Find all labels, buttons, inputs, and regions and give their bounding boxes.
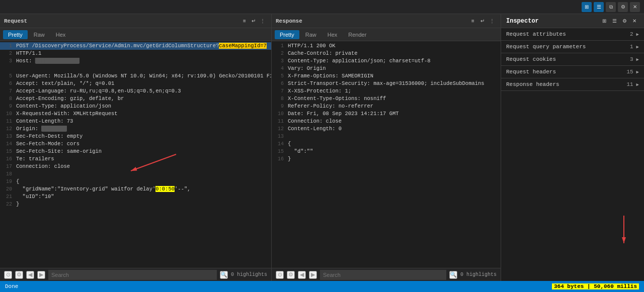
- response-menu-icon[interactable]: ⋮: [488, 17, 497, 26]
- response-wrap-icon[interactable]: ↵: [478, 17, 487, 26]
- request-attributes-label: Request attributes: [506, 31, 630, 37]
- request-line-1: 1 POST /DiscoveryProcess/Service/Admin.m…: [0, 42, 271, 50]
- request-search-icon[interactable]: 🔍: [220, 271, 228, 279]
- response-search-icon[interactable]: 🔍: [449, 271, 457, 279]
- inspector-section-request-attributes[interactable]: Request attributes 2 ▶: [501, 28, 644, 41]
- response-line-16: 16 }: [272, 155, 501, 163]
- inspector-settings-icon[interactable]: ⚙: [620, 17, 629, 26]
- response-line-8: 8 X-Content-Type-Options: nosniff: [272, 95, 501, 103]
- query-params-label: Request query parameters: [506, 44, 630, 50]
- response-panel-header: Response ≡ ↵ ⋮: [272, 14, 501, 28]
- request-attributes-chevron: ▶: [636, 32, 639, 37]
- response-code-content[interactable]: 1 HTTP/1.1 200 OK 2 Cache-Control: priva…: [272, 41, 501, 268]
- response-pretty-icon[interactable]: ≡: [468, 17, 477, 26]
- request-headers-count: 15: [626, 69, 633, 75]
- request-settings-icon[interactable]: ⚙: [15, 271, 23, 279]
- response-panel: Response ≡ ↵ ⋮ Pretty Raw Hex Render 1 H…: [272, 14, 501, 281]
- inspector-section-request-headers[interactable]: Request headers 15 ▶: [501, 66, 644, 78]
- request-clear-icon[interactable]: ⊙: [4, 271, 12, 279]
- status-text: Done: [5, 283, 552, 289]
- inspector-section-response-headers[interactable]: Response headers 11 ▶: [501, 78, 644, 91]
- inspector-panel: Inspector ⊞ ☰ ⚙ ✕ Request attributes 2 ▶…: [501, 14, 644, 281]
- list-icon-btn[interactable]: ☰: [594, 2, 604, 12]
- response-line-4: 4 Vary: Origin: [272, 65, 501, 72]
- cookies-chevron: ▶: [636, 57, 639, 62]
- response-tab-bar: Pretty Raw Hex Render: [272, 28, 501, 41]
- request-line-15: 15 Sec-Fetch-Site: same-origin: [0, 148, 271, 155]
- request-highlights-badge: 0 highlights: [231, 272, 267, 277]
- response-forward-icon[interactable]: ▶: [309, 271, 317, 279]
- settings-icon-btn[interactable]: ⚙: [618, 2, 628, 12]
- request-line-7: 7 Accept-Language: ru-RU,ru;q=0.8,en-US;…: [0, 87, 271, 95]
- response-line-7: 7 X-XSS-Protection: 1;: [272, 87, 501, 95]
- request-line-8: 8 Accept-Encoding: gzip, deflate, br: [0, 95, 271, 103]
- request-bottom-toolbar: ⊙ ⚙ ◀ ▶ 🔍 0 highlights: [0, 268, 271, 281]
- request-line-14: 14 Sec-Fetch-Mode: cors: [0, 140, 271, 148]
- response-headers-chevron: ▶: [636, 82, 639, 87]
- response-line-5: 5 X-Frame-Options: SAMEORIGIN: [272, 72, 501, 80]
- response-line-10: 10 Date: Fri, 08 Sep 2023 14:21:17 GMT: [272, 110, 501, 118]
- response-settings-icon[interactable]: ⚙: [287, 271, 295, 279]
- response-highlights-badge: 0 highlights: [460, 272, 497, 277]
- request-line-12: 12 Origin: ████████: [0, 125, 271, 133]
- inspector-section-query-params[interactable]: Request query parameters 1 ▶: [501, 41, 644, 53]
- request-line-20: 20 "gridName":"Inventory-grid" waitfor d…: [0, 185, 271, 193]
- inspector-title: Inspector: [506, 18, 600, 25]
- response-headers-label: Response headers: [506, 81, 626, 87]
- response-headers-count: 11: [626, 81, 633, 87]
- request-line-3: 3 Host: ██████████████: [0, 57, 271, 65]
- request-line-4: [0, 65, 271, 72]
- toolbar-icons: ⊞ ☰ ⧉ ⚙ ✕: [578, 2, 644, 12]
- window-icon-btn[interactable]: ⧉: [606, 2, 616, 12]
- request-search-input[interactable]: [48, 270, 217, 280]
- request-forward-icon[interactable]: ▶: [37, 271, 45, 279]
- response-search-input[interactable]: [320, 270, 446, 280]
- inspector-grid-icon[interactable]: ⊞: [600, 17, 609, 26]
- inspector-section-cookies[interactable]: Request cookies 3 ▶: [501, 53, 644, 66]
- request-line-13: 13 Sec-Fetch-Dest: empty: [0, 133, 271, 140]
- tab-response-raw[interactable]: Raw: [300, 30, 321, 39]
- tab-response-render[interactable]: Render: [343, 30, 371, 39]
- response-bottom-toolbar: ⊙ ⚙ ◀ ▶ 🔍 0 highlights: [272, 268, 501, 281]
- request-pretty-icon[interactable]: ≡: [240, 17, 249, 26]
- response-panel-icons: ≡ ↵ ⋮: [468, 17, 497, 26]
- tab-request-hex[interactable]: Hex: [51, 30, 71, 39]
- request-line-10: 10 X-Requested-With: XMLHttpRequest: [0, 110, 271, 118]
- tab-request-raw[interactable]: Raw: [29, 30, 50, 39]
- inspector-close-icon[interactable]: ✕: [630, 17, 639, 26]
- request-line-17: 17 Connection: close: [0, 163, 271, 170]
- request-back-icon[interactable]: ◀: [26, 271, 34, 279]
- main-content: Request ≡ ↵ ⋮ Pretty Raw Hex 1 POST /Dis…: [0, 14, 644, 281]
- inspector-red-arrow: [594, 211, 634, 251]
- cookies-label: Request cookies: [506, 56, 630, 62]
- request-tab-bar: Pretty Raw Hex: [0, 28, 271, 41]
- query-params-chevron: ▶: [636, 44, 639, 50]
- response-line-6: 6 Strict-Transport-Security: max-age=315…: [272, 80, 501, 87]
- inspector-top-icons: ⊞ ☰ ⚙ ✕: [600, 17, 639, 26]
- request-panel-header: Request ≡ ↵ ⋮: [0, 14, 271, 28]
- close-icon-btn[interactable]: ✕: [630, 2, 640, 12]
- request-menu-icon[interactable]: ⋮: [258, 17, 267, 26]
- tab-response-pretty[interactable]: Pretty: [275, 30, 299, 39]
- cookies-count: 3: [630, 56, 633, 62]
- request-line-9: 9 Content-Type: application/json: [0, 103, 271, 110]
- grid-icon-btn[interactable]: ⊞: [582, 2, 592, 12]
- response-back-icon[interactable]: ◀: [298, 271, 306, 279]
- inspector-list-icon[interactable]: ☰: [610, 17, 619, 26]
- request-line-22: 22 }: [0, 201, 271, 208]
- request-line-21: 21 "uID":"10": [0, 193, 271, 201]
- request-title: Request: [4, 18, 240, 24]
- request-line-5: 5 User-Agent: Mozilla/5.0 (Windows NT 10…: [0, 72, 271, 80]
- response-line-13: 13: [272, 133, 501, 140]
- response-line-12: 12 Content-Length: 0: [272, 125, 501, 133]
- response-clear-icon[interactable]: ⊙: [276, 271, 284, 279]
- response-line-15: 15 "d":"": [272, 148, 501, 155]
- response-line-14: 14 {: [272, 140, 501, 148]
- request-line-18: 18: [0, 170, 271, 178]
- tab-request-pretty[interactable]: Pretty: [3, 30, 28, 39]
- tab-response-hex[interactable]: Hex: [323, 30, 343, 39]
- request-code-content[interactable]: 1 POST /DiscoveryProcess/Service/Admin.m…: [0, 41, 271, 268]
- request-wrap-icon[interactable]: ↵: [249, 17, 258, 26]
- response-title: Response: [276, 18, 468, 24]
- request-line-6: 6 Accept: text/plain, */*; q=0.01: [0, 80, 271, 87]
